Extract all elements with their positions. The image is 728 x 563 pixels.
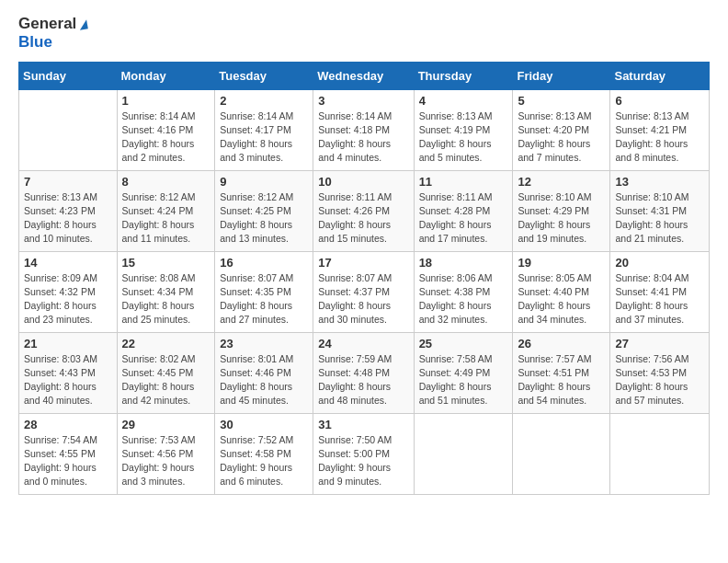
day-number: 28 (24, 418, 112, 431)
day-number: 12 (518, 175, 605, 189)
day-info: Sunrise: 7:53 AMSunset: 4:56 PMDaylight:… (122, 433, 210, 489)
calendar-cell: 14Sunrise: 8:09 AMSunset: 4:32 PMDayligh… (19, 251, 118, 332)
day-number: 8 (122, 175, 210, 189)
day-number: 26 (518, 337, 605, 350)
calendar-cell (19, 89, 118, 170)
day-info: Sunrise: 8:08 AMSunset: 4:34 PMDaylight:… (122, 271, 210, 327)
day-number: 2 (220, 94, 308, 108)
day-info: Sunrise: 8:11 AMSunset: 4:28 PMDaylight:… (419, 190, 508, 247)
day-number: 9 (220, 175, 308, 189)
calendar-cell: 16Sunrise: 8:07 AMSunset: 4:35 PMDayligh… (215, 251, 313, 332)
calendar-cell: 8Sunrise: 8:12 AMSunset: 4:24 PMDaylight… (117, 170, 215, 251)
day-info: Sunrise: 8:07 AMSunset: 4:35 PMDaylight:… (220, 271, 308, 327)
day-info: Sunrise: 8:06 AMSunset: 4:38 PMDaylight:… (419, 271, 508, 327)
day-number: 4 (419, 94, 508, 108)
day-info: Sunrise: 8:10 AMSunset: 4:31 PMDaylight:… (615, 190, 704, 247)
calendar-cell: 20Sunrise: 8:04 AMSunset: 4:41 PMDayligh… (610, 251, 710, 332)
calendar-week-row: 28Sunrise: 7:54 AMSunset: 4:55 PMDayligh… (19, 413, 710, 494)
day-info: Sunrise: 8:05 AMSunset: 4:40 PMDaylight:… (518, 271, 605, 327)
calendar-cell: 23Sunrise: 8:01 AMSunset: 4:46 PMDayligh… (215, 332, 313, 413)
day-number: 15 (122, 256, 210, 270)
day-info: Sunrise: 8:12 AMSunset: 4:24 PMDaylight:… (122, 190, 210, 247)
day-info: Sunrise: 7:58 AMSunset: 4:49 PMDaylight:… (419, 352, 508, 408)
day-number: 17 (318, 256, 408, 270)
day-info: Sunrise: 8:13 AMSunset: 4:19 PMDaylight:… (419, 109, 508, 166)
day-info: Sunrise: 7:56 AMSunset: 4:53 PMDaylight:… (615, 352, 704, 408)
day-number: 27 (615, 337, 704, 350)
calendar-week-row: 7Sunrise: 8:13 AMSunset: 4:23 PMDaylight… (19, 170, 710, 251)
day-info: Sunrise: 8:13 AMSunset: 4:20 PMDaylight:… (518, 109, 605, 166)
day-number: 25 (419, 337, 508, 350)
day-info: Sunrise: 8:14 AMSunset: 4:17 PMDaylight:… (220, 109, 308, 166)
day-number: 29 (122, 418, 210, 431)
day-info: Sunrise: 8:02 AMSunset: 4:45 PMDaylight:… (122, 352, 210, 408)
calendar-cell: 29Sunrise: 7:53 AMSunset: 4:56 PMDayligh… (117, 413, 215, 494)
calendar-cell: 9Sunrise: 8:12 AMSunset: 4:25 PMDaylight… (215, 170, 313, 251)
day-number: 6 (615, 94, 704, 108)
day-number: 19 (518, 256, 605, 270)
calendar-cell: 5Sunrise: 8:13 AMSunset: 4:20 PMDaylight… (513, 89, 610, 170)
day-info: Sunrise: 8:11 AMSunset: 4:26 PMDaylight:… (318, 190, 408, 247)
day-number: 20 (615, 256, 704, 270)
day-number: 5 (518, 94, 605, 108)
day-number: 22 (122, 337, 210, 350)
calendar-cell: 31Sunrise: 7:50 AMSunset: 5:00 PMDayligh… (313, 413, 414, 494)
day-number: 30 (220, 418, 308, 431)
weekday-header-monday: Monday (117, 62, 215, 89)
day-number: 24 (318, 337, 408, 350)
calendar-cell: 19Sunrise: 8:05 AMSunset: 4:40 PMDayligh… (513, 251, 610, 332)
day-info: Sunrise: 8:09 AMSunset: 4:32 PMDaylight:… (24, 271, 112, 327)
calendar-cell: 25Sunrise: 7:58 AMSunset: 4:49 PMDayligh… (414, 332, 513, 413)
calendar-cell: 28Sunrise: 7:54 AMSunset: 4:55 PMDayligh… (19, 413, 118, 494)
calendar-cell: 10Sunrise: 8:11 AMSunset: 4:26 PMDayligh… (313, 170, 414, 251)
day-info: Sunrise: 7:54 AMSunset: 4:55 PMDaylight:… (24, 433, 112, 489)
day-number: 3 (318, 94, 408, 108)
day-number: 14 (24, 256, 112, 270)
day-info: Sunrise: 8:14 AMSunset: 4:16 PMDaylight:… (122, 109, 210, 166)
weekday-header-row: SundayMondayTuesdayWednesdayThursdayFrid… (19, 62, 710, 89)
day-info: Sunrise: 7:50 AMSunset: 5:00 PMDaylight:… (318, 433, 408, 489)
calendar-cell (414, 413, 513, 494)
calendar-cell: 4Sunrise: 8:13 AMSunset: 4:19 PMDaylight… (414, 89, 513, 170)
calendar-cell: 17Sunrise: 8:07 AMSunset: 4:37 PMDayligh… (313, 251, 414, 332)
calendar-cell: 21Sunrise: 8:03 AMSunset: 4:43 PMDayligh… (19, 332, 118, 413)
calendar-cell: 30Sunrise: 7:52 AMSunset: 4:58 PMDayligh… (215, 413, 313, 494)
day-number: 31 (318, 418, 408, 431)
calendar-cell: 27Sunrise: 7:56 AMSunset: 4:53 PMDayligh… (610, 332, 710, 413)
calendar-week-row: 21Sunrise: 8:03 AMSunset: 4:43 PMDayligh… (19, 332, 710, 413)
calendar-cell: 22Sunrise: 8:02 AMSunset: 4:45 PMDayligh… (117, 332, 215, 413)
day-info: Sunrise: 7:52 AMSunset: 4:58 PMDaylight:… (220, 433, 308, 489)
weekday-header-tuesday: Tuesday (215, 62, 313, 89)
calendar-cell: 6Sunrise: 8:13 AMSunset: 4:21 PMDaylight… (610, 89, 710, 170)
day-number: 10 (318, 175, 408, 189)
calendar-cell (513, 413, 610, 494)
day-info: Sunrise: 8:07 AMSunset: 4:37 PMDaylight:… (318, 271, 408, 327)
day-number: 1 (122, 94, 210, 108)
calendar-cell: 15Sunrise: 8:08 AMSunset: 4:34 PMDayligh… (117, 251, 215, 332)
day-number: 21 (24, 337, 112, 350)
weekday-header-friday: Friday (513, 62, 610, 89)
logo: General Blue (18, 15, 87, 52)
calendar-cell: 26Sunrise: 7:57 AMSunset: 4:51 PMDayligh… (513, 332, 610, 413)
day-number: 18 (419, 256, 508, 270)
day-number: 7 (24, 175, 112, 189)
calendar-cell: 11Sunrise: 8:11 AMSunset: 4:28 PMDayligh… (414, 170, 513, 251)
day-info: Sunrise: 8:10 AMSunset: 4:29 PMDaylight:… (518, 190, 605, 247)
weekday-header-wednesday: Wednesday (313, 62, 414, 89)
calendar-week-row: 1Sunrise: 8:14 AMSunset: 4:16 PMDaylight… (19, 89, 710, 170)
day-info: Sunrise: 8:01 AMSunset: 4:46 PMDaylight:… (220, 352, 308, 408)
day-info: Sunrise: 8:13 AMSunset: 4:21 PMDaylight:… (615, 109, 704, 166)
day-info: Sunrise: 8:13 AMSunset: 4:23 PMDaylight:… (24, 190, 112, 247)
weekday-header-thursday: Thursday (414, 62, 513, 89)
weekday-header-saturday: Saturday (610, 62, 710, 89)
calendar-cell: 24Sunrise: 7:59 AMSunset: 4:48 PMDayligh… (313, 332, 414, 413)
day-info: Sunrise: 7:59 AMSunset: 4:48 PMDaylight:… (318, 352, 408, 408)
calendar-cell (610, 413, 710, 494)
weekday-header-sunday: Sunday (19, 62, 118, 89)
calendar-cell: 18Sunrise: 8:06 AMSunset: 4:38 PMDayligh… (414, 251, 513, 332)
calendar-cell: 3Sunrise: 8:14 AMSunset: 4:18 PMDaylight… (313, 89, 414, 170)
calendar-cell: 7Sunrise: 8:13 AMSunset: 4:23 PMDaylight… (19, 170, 118, 251)
day-info: Sunrise: 7:57 AMSunset: 4:51 PMDaylight:… (518, 352, 605, 408)
calendar-cell: 2Sunrise: 8:14 AMSunset: 4:17 PMDaylight… (215, 89, 313, 170)
calendar-cell: 13Sunrise: 8:10 AMSunset: 4:31 PMDayligh… (610, 170, 710, 251)
